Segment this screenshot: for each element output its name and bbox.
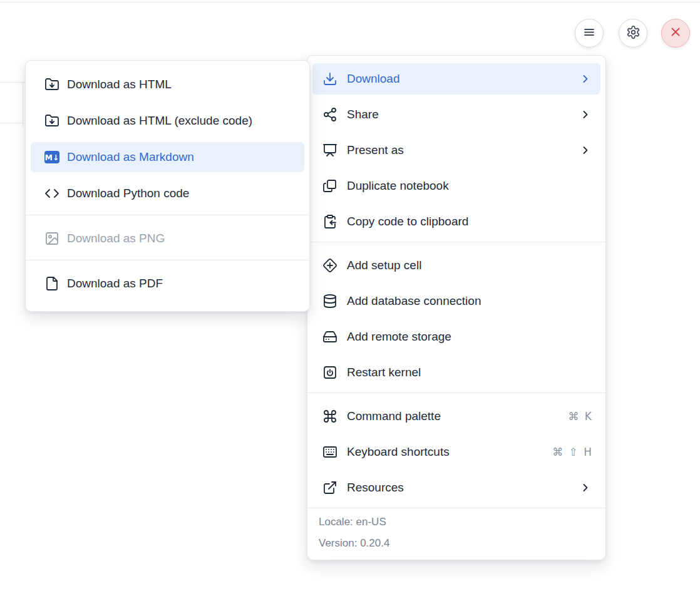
menu-item-label: Download as HTML bbox=[67, 78, 172, 91]
menu-item-download-python-code[interactable]: Download Python code bbox=[31, 178, 304, 208]
download-icon bbox=[322, 71, 337, 86]
menu-item-resources[interactable]: Resources bbox=[312, 472, 600, 503]
menu-item-label: Add database connection bbox=[347, 294, 481, 308]
menu-item-label: Resources bbox=[347, 481, 404, 495]
chevron-right-icon bbox=[579, 108, 592, 121]
menu-item-label: Restart kernel bbox=[347, 366, 421, 379]
external-link-icon bbox=[322, 480, 337, 495]
menu-item-present-as[interactable]: Present as bbox=[312, 135, 600, 166]
share-icon bbox=[322, 107, 337, 122]
settings-button[interactable] bbox=[619, 19, 647, 48]
menu-item-add-database-connection[interactable]: Add database connection bbox=[312, 285, 600, 317]
menu-item-command-palette[interactable]: Command palette ⌘ K bbox=[312, 401, 600, 432]
menu-item-label: Copy code to clipboard bbox=[347, 215, 468, 228]
menu-item-download-as-pdf[interactable]: Download as PDF bbox=[31, 269, 304, 299]
menu-item-download-as-html[interactable]: Download as HTML bbox=[31, 69, 304, 100]
folder-down-icon bbox=[44, 77, 59, 92]
menu-item-label: Download as Markdown bbox=[67, 150, 194, 164]
menu-item-label: Download as PDF bbox=[67, 277, 163, 290]
menu-item-label: Download Python code bbox=[67, 187, 189, 200]
markdown-badge: M↓ bbox=[44, 151, 59, 163]
shortcut-hint: ⌘ K bbox=[568, 410, 592, 423]
menu-item-download-as-html-exclude-code[interactable]: Download as HTML (exclude code) bbox=[31, 106, 304, 136]
close-icon bbox=[669, 25, 682, 41]
menu-item-download-as-markdown[interactable]: M↓ Download as Markdown bbox=[31, 142, 304, 172]
menu-item-add-remote-storage[interactable]: Add remote storage bbox=[312, 321, 600, 352]
menu-item-keyboard-shortcuts[interactable]: Keyboard shortcuts ⌘ ⇧ H bbox=[312, 436, 600, 468]
chevron-right-icon bbox=[579, 481, 592, 494]
menu-item-label: Add setup cell bbox=[347, 259, 421, 272]
diamond-plus-icon bbox=[322, 258, 337, 273]
command-icon bbox=[322, 409, 337, 424]
markdown-badge-icon: M↓ bbox=[44, 150, 59, 165]
menu-item-label: Download bbox=[347, 72, 400, 86]
menu-item-copy-code[interactable]: Copy code to clipboard bbox=[312, 206, 600, 237]
menu-separator bbox=[26, 215, 309, 215]
version-text: Version: 0.20.4 bbox=[319, 535, 594, 552]
download-submenu: Download as HTML Download as HTML (exclu… bbox=[25, 60, 310, 312]
clipboard-copy-icon bbox=[322, 214, 337, 229]
background-cell-border bbox=[23, 82, 23, 127]
hamburger-icon bbox=[582, 24, 597, 42]
notebook-menu: Download Share Present as Duplicate note… bbox=[307, 55, 606, 560]
menu-item-share[interactable]: Share bbox=[312, 99, 600, 130]
close-button[interactable] bbox=[661, 19, 690, 48]
menu-item-label: Download as PNG bbox=[67, 232, 165, 245]
database-icon bbox=[322, 294, 337, 309]
power-icon bbox=[322, 365, 337, 380]
gear-icon bbox=[626, 25, 641, 42]
notebook-menu-button[interactable] bbox=[575, 19, 604, 48]
menu-item-download[interactable]: Download bbox=[312, 63, 600, 95]
hard-drive-icon bbox=[322, 329, 337, 344]
menu-item-download-as-png[interactable]: Download as PNG bbox=[31, 223, 304, 254]
chevron-right-icon bbox=[579, 73, 592, 85]
menu-item-label: Command palette bbox=[347, 409, 441, 423]
menu-separator bbox=[26, 260, 309, 260]
page-top-border bbox=[0, 2, 700, 3]
menu-item-label: Duplicate notebook bbox=[347, 179, 449, 193]
menu-item-label: Add remote storage bbox=[347, 330, 451, 344]
menu-item-label: Download as HTML (exclude code) bbox=[67, 114, 252, 128]
keyboard-icon bbox=[322, 444, 337, 459]
locale-text: Locale: en-US bbox=[319, 513, 594, 531]
menu-item-label: Keyboard shortcuts bbox=[347, 445, 450, 459]
folder-down-icon bbox=[44, 113, 59, 128]
file-icon bbox=[44, 276, 59, 291]
menu-separator bbox=[307, 242, 605, 242]
menu-item-restart-kernel[interactable]: Restart kernel bbox=[312, 357, 600, 388]
shortcut-hint: ⌘ ⇧ H bbox=[552, 446, 592, 458]
code-icon bbox=[44, 186, 59, 201]
menu-item-label: Present as bbox=[347, 143, 404, 157]
copy-icon bbox=[322, 178, 337, 193]
menu-item-add-setup-cell[interactable]: Add setup cell bbox=[312, 250, 600, 281]
menu-footer: Locale: en-US Version: 0.20.4 bbox=[307, 508, 605, 560]
menu-separator bbox=[307, 393, 605, 393]
menu-item-duplicate-notebook[interactable]: Duplicate notebook bbox=[312, 170, 600, 202]
image-icon bbox=[44, 231, 59, 246]
chevron-right-icon bbox=[579, 144, 592, 157]
background-cell-border bbox=[0, 123, 23, 123]
presentation-icon bbox=[322, 143, 337, 158]
background-cell-border bbox=[0, 82, 25, 83]
menu-item-label: Share bbox=[347, 108, 379, 121]
